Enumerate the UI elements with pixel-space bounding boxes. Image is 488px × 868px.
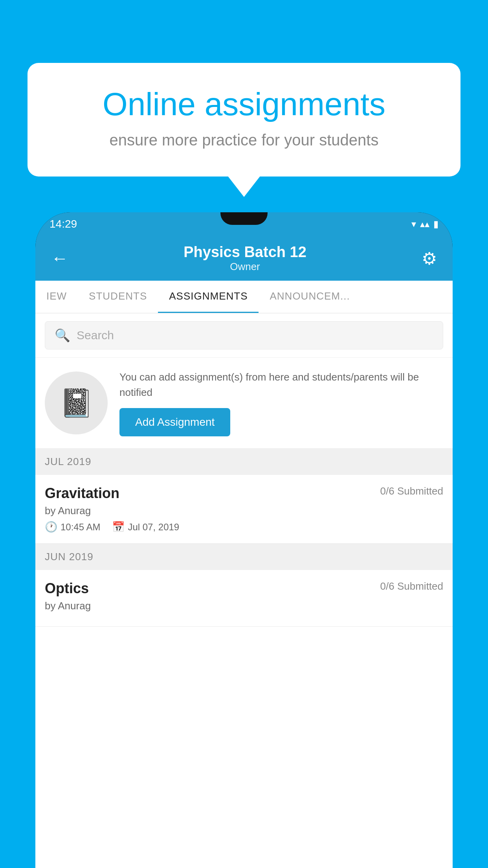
assignment-icon-circle: 📓 — [45, 371, 108, 434]
status-bar: 14:29 ▾ ▴▴ ▮ — [35, 212, 453, 236]
assignment-date-value: Jul 07, 2019 — [128, 522, 179, 533]
back-button[interactable]: ← — [51, 248, 68, 268]
assignment-submitted-gravitation: 0/6 Submitted — [380, 485, 443, 497]
search-placeholder: Search — [77, 329, 114, 342]
notch — [220, 212, 268, 225]
tab-students[interactable]: STUDENTS — [78, 281, 158, 313]
assignment-list-item-optics[interactable]: Optics 0/6 Submitted by Anurag — [35, 570, 453, 627]
phone-frame: 14:29 ▾ ▴▴ ▮ ← Physics Batch 12 Owner ⚙ … — [35, 212, 453, 868]
tab-iew[interactable]: IEW — [35, 281, 78, 313]
add-assignment-button[interactable]: Add Assignment — [119, 408, 230, 436]
assignment-name-optics: Optics — [45, 580, 89, 597]
search-icon: 🔍 — [55, 328, 70, 343]
tab-assignments[interactable]: ASSIGNMENTS — [158, 281, 259, 313]
date-section-jun-2019: JUN 2019 — [35, 544, 453, 570]
assignment-text-area: You can add assignment(s) from here and … — [119, 370, 443, 436]
add-assignment-section: 📓 You can add assignment(s) from here an… — [35, 358, 453, 449]
assignment-meta-gravitation: 🕐 10:45 AM 📅 Jul 07, 2019 — [45, 521, 443, 533]
search-bar[interactable]: 🔍 Search — [45, 321, 443, 349]
speech-bubble-container: Online assignments ensure more practice … — [28, 63, 460, 177]
speech-bubble-title: Online assignments — [55, 86, 433, 122]
notebook-icon: 📓 — [59, 387, 94, 419]
wifi-icon: ▾ — [411, 219, 416, 230]
phone-screen: IEW STUDENTS ASSIGNMENTS ANNOUNCEM... 🔍 … — [35, 281, 453, 868]
assignment-description: You can add assignment(s) from here and … — [119, 370, 443, 400]
assignment-row-top: Gravitation 0/6 Submitted — [45, 485, 443, 502]
header-center: Physics Batch 12 Owner — [68, 244, 422, 273]
clock-icon: 🕐 — [45, 521, 57, 533]
header-subtitle: Owner — [68, 261, 422, 273]
signal-icon: ▴▴ — [420, 219, 429, 230]
header-title: Physics Batch 12 — [68, 244, 422, 261]
assignment-submitted-optics: 0/6 Submitted — [380, 580, 443, 592]
app-header: ← Physics Batch 12 Owner ⚙ — [35, 236, 453, 281]
assignment-row-top-optics: Optics 0/6 Submitted — [45, 580, 443, 597]
assignment-time-value: 10:45 AM — [61, 522, 100, 533]
assignment-time: 🕐 10:45 AM — [45, 521, 100, 533]
speech-bubble: Online assignments ensure more practice … — [28, 63, 460, 177]
status-icons: ▾ ▴▴ ▮ — [411, 219, 438, 230]
assignment-name-gravitation: Gravitation — [45, 485, 119, 502]
assignment-by-optics: by Anurag — [45, 600, 443, 612]
settings-icon[interactable]: ⚙ — [422, 248, 437, 268]
search-container: 🔍 Search — [35, 313, 453, 358]
speech-bubble-subtitle: ensure more practice for your students — [55, 131, 433, 149]
battery-icon: ▮ — [433, 219, 438, 230]
assignment-by-gravitation: by Anurag — [45, 505, 443, 517]
tabs-bar: IEW STUDENTS ASSIGNMENTS ANNOUNCEM... — [35, 281, 453, 313]
tab-announcements[interactable]: ANNOUNCEM... — [259, 281, 361, 313]
calendar-icon: 📅 — [112, 521, 125, 533]
status-time: 14:29 — [50, 218, 77, 230]
date-section-jul-2019: JUL 2019 — [35, 449, 453, 475]
assignment-date: 📅 Jul 07, 2019 — [112, 521, 179, 533]
assignment-list-item[interactable]: Gravitation 0/6 Submitted by Anurag 🕐 10… — [35, 475, 453, 544]
